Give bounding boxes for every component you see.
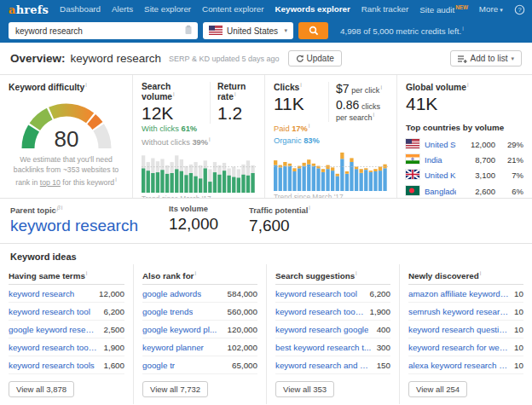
view-all-button[interactable]: View all 254 [408,381,467,397]
difficulty-gauge: 80 [15,95,118,152]
nav-item-dashboard[interactable]: Dashboard [60,4,101,14]
keyword-row: keyword research tool6,200 [9,303,124,321]
country-link[interactable]: India [425,155,456,165]
nav-item-rank-tracker[interactable]: Rank tracker [361,4,409,14]
view-all-button[interactable]: View all 353 [275,381,334,397]
global-volume-title: Global volume [406,83,466,92]
country-row-united-kingdom: United Kingdom3,1007% [406,168,523,183]
keyword-search-box [9,22,198,39]
keyword-row: keyword research tool f...1,900 [9,338,124,356]
parent-topic-link[interactable]: keyword research [10,217,138,235]
country-share: 21% [500,155,523,165]
beta-icon: β [57,205,61,211]
keyword-volume: 10 [514,325,523,334]
country-link[interactable]: United States [425,140,456,149]
keyword-row: google keyword pl...120,000 [142,321,257,338]
keyword-link[interactable]: keyword planner [142,343,204,352]
keyword-link[interactable]: keyword research tools [9,361,95,370]
keyword-volume: 300 [377,343,390,352]
us-flag-icon [209,26,223,37]
return-rate-value: 1.2 [217,103,256,124]
its-volume-label: Its volume [169,205,218,213]
country-link[interactable]: United Kingdom [425,171,456,180]
nav-item-keywords-explorer[interactable]: Keywords explorer [275,4,350,14]
top-countries-table: United States12,00029%India8,70021%Unite… [406,136,523,198]
nav-item-site-audit[interactable]: Site auditNEW [419,4,468,14]
view-all-button[interactable]: View all 3,878 [9,381,74,397]
top10-link[interactable]: top 10 [40,178,61,187]
keyword-volume: 1,900 [103,343,124,352]
keyword-link[interactable]: google adwords [142,289,201,298]
keyword-link[interactable]: keyword research [9,289,74,298]
clicks-title: Clicks [274,83,299,92]
search-volume-title: Search volume [142,82,172,101]
keyword-search-input[interactable] [14,26,184,37]
country-row-united-states: United States12,00029% [406,136,523,152]
keyword-link[interactable]: semrush keyword research ... [408,307,509,316]
keyword-volume: 10 [514,307,523,316]
keyword-link[interactable]: google tr [142,361,175,370]
help-icon[interactable]: ? [514,4,525,15]
country-share: 29% [500,140,523,149]
keyword-row: keyword research google400 [275,321,390,338]
country-select-value: United States [227,26,278,36]
keyword-volume: 6,200 [103,307,124,316]
svg-text:?: ? [518,6,521,14]
keyword-ideas-columns: Having same termsikeyword research12,000… [0,264,532,404]
update-button[interactable]: Update [288,50,342,67]
paste-icon[interactable] [184,25,193,37]
nav-item-content-explorer[interactable]: Content explorer [202,4,263,14]
keyword-ideas-section: Keyword ideas Having same termsikeyword … [0,244,532,404]
keyword-volume: 10 [514,289,523,298]
clicks-card: Clicksi 11K $7 per clicki 0.86 clicks pe… [264,75,396,198]
nav-item-more[interactable]: More▾ [479,4,503,14]
nav-item-site-explorer[interactable]: Site explorer [144,4,191,14]
bangladesh-flag-icon [406,186,419,197]
keyword-link[interactable]: keyword research tool f... [9,343,98,352]
clicks-value: 11K [274,94,321,114]
with-clicks-stat: With clicks 61% [142,124,256,136]
keyword-link[interactable]: keyword research tool [9,307,90,316]
search-button[interactable] [298,22,328,39]
keyword-link[interactable]: keyword research and a... [275,361,372,370]
keyword-row: amazon affiliate keyword re...10 [408,285,523,303]
add-to-list-button[interactable]: Add to list ▾ [450,50,522,67]
keyword-row: keyword research and a...150 [275,356,390,374]
ahrefs-logo[interactable]: ahrefs [9,3,49,16]
column-header: Also rank fori [142,266,257,285]
keyword-link[interactable]: google trends [142,307,193,316]
difficulty-title: Keyword difficulty [9,83,84,92]
country-volume: 2,600 [461,187,495,196]
keyword-row: keyword research questions10 [408,321,523,338]
india-flag-icon [406,154,419,165]
view-all-button[interactable]: View all 7,732 [142,381,208,397]
keyword-volume: 1,600 [103,361,124,370]
keyword-link[interactable]: alexa keyword research tool [408,361,509,370]
nav-item-alerts[interactable]: Alerts [112,4,133,14]
keyword-volume: 150 [377,361,390,370]
keyword-volume: 1,900 [369,307,390,316]
keyword-volume: 2,500 [103,325,124,334]
keyword-link[interactable]: keyword research tool [275,289,357,298]
keyword-row: keyword research for website10 [408,338,523,356]
keyword-link[interactable]: keyword research questions [408,325,509,334]
keyword-link[interactable]: google keyword pl... [142,325,217,334]
info-icon: i [85,82,87,88]
keyword-link[interactable]: keyword research for website [408,343,509,352]
credits-text: 4,998 of 5,000 metric credits left.i [340,26,464,36]
country-link[interactable]: Bangladesh [425,187,456,196]
keyword-link[interactable]: keyword research tool free [275,307,364,316]
keyword-link[interactable]: google keyword research [9,325,98,334]
ideas-column-also-rank-for: Also rank forigoogle adwords584,000googl… [133,264,266,404]
info-icon: i [300,82,302,88]
keyword-volume: 10 [514,361,523,370]
country-select[interactable]: United States ▾ [203,22,293,39]
info-icon: i [115,176,117,182]
traffic-potential-block: Traffic potentiali 7,600 [249,205,310,235]
column-header: Search suggestionsi [275,266,390,285]
keyword-link[interactable]: best keyword research t... [275,343,371,352]
keyword-link[interactable]: amazon affiliate keyword re... [408,289,509,298]
keyword-volume: 400 [377,325,390,334]
keyword-link[interactable]: keyword research google [275,325,368,334]
country-row-india: India8,70021% [406,153,523,168]
